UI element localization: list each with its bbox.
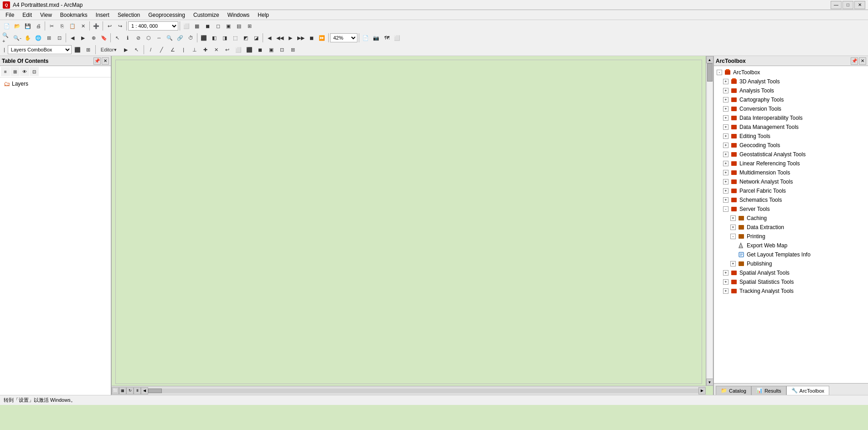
map-tool4[interactable]: ⬜ — [392, 33, 402, 43]
scroll-layout-view[interactable]: ⬜ — [112, 387, 119, 394]
toc-close-button[interactable]: ✕ — [102, 57, 109, 65]
root-expand[interactable]: - — [717, 70, 722, 75]
tree-item-analysis[interactable]: + Analysis Tools — [714, 86, 868, 95]
tree-item-publishing[interactable]: + Publishing — [714, 259, 868, 268]
edit-play[interactable]: ▶ — [121, 45, 131, 55]
scroll-thumb-bottom[interactable] — [148, 389, 162, 393]
print-button[interactable]: 🖨 — [33, 21, 43, 31]
scroll-thumb-right[interactable] — [707, 63, 713, 82]
tree-item-cartography[interactable]: + Cartography Tools — [714, 95, 868, 104]
edit-pencil[interactable]: / — [146, 45, 156, 55]
menu-bookmarks[interactable]: Bookmarks — [57, 11, 91, 19]
map-btn4[interactable]: ⬚ — [230, 33, 240, 43]
layers-combobox[interactable]: Layers ComboBox — [8, 45, 72, 54]
paste-button[interactable]: 📋 — [67, 21, 78, 31]
tree-item-printing[interactable]: - Printing — [714, 232, 868, 241]
clear-sel[interactable]: ⊘ — [133, 33, 143, 43]
tree-item-geostatistical[interactable]: + Geostatistical Analyst Tools — [714, 150, 868, 159]
maximize-button[interactable]: □ — [842, 1, 853, 9]
open-button[interactable]: 📂 — [12, 21, 22, 31]
menu-file[interactable]: File — [2, 11, 18, 19]
data-mgmt-expand[interactable]: + — [723, 124, 728, 130]
tree-item-spatial-analyst[interactable]: + Spatial Analyst Tools — [714, 268, 868, 277]
forward[interactable]: ▶ — [78, 33, 88, 43]
tree-item-conversion[interactable]: + Conversion Tools — [714, 104, 868, 113]
edit-sq4[interactable]: ▣ — [266, 45, 276, 55]
hyperlink[interactable]: 🔗 — [175, 33, 185, 43]
layer-icon1[interactable]: ⬛ — [72, 45, 83, 55]
layout-tools-6[interactable]: ▤ — [234, 21, 244, 31]
edit-divider[interactable]: | — [179, 45, 189, 55]
map-nav2[interactable]: ◀◀ — [275, 33, 285, 43]
edit-sq5[interactable]: ⊡ — [277, 45, 287, 55]
globe[interactable]: 🌐 — [33, 33, 43, 43]
copy-button[interactable]: ⎘ — [57, 21, 67, 31]
identify[interactable]: ℹ — [123, 33, 133, 43]
tracking-analyst-expand[interactable]: + — [723, 288, 728, 294]
map-btn5[interactable]: ◩ — [241, 33, 251, 43]
menu-view[interactable]: View — [36, 11, 56, 19]
scroll-track-right[interactable] — [707, 63, 713, 379]
data-interop-expand[interactable]: + — [723, 115, 728, 121]
cut-button[interactable]: ✂ — [46, 21, 57, 31]
edit-angle[interactable]: ∠ — [168, 45, 178, 55]
tree-item-multidimension[interactable]: + Multidimension Tools — [714, 168, 868, 177]
tab-catalog[interactable]: 📁 Catalog — [716, 386, 751, 395]
tree-item-spatial-statistics[interactable]: + Spatial Statistics Tools — [714, 277, 868, 287]
full-extent[interactable]: ⊞ — [44, 33, 54, 43]
map-tool2[interactable]: 📷 — [371, 33, 381, 43]
toc-list-btn[interactable]: ≡ — [1, 67, 10, 76]
schematics-expand[interactable]: + — [723, 197, 728, 203]
layout-tools-4[interactable]: ◻ — [213, 21, 223, 31]
map-tool3[interactable]: 🗺 — [382, 33, 392, 43]
linear-ref-expand[interactable]: + — [723, 161, 728, 166]
menu-customize[interactable]: Customize — [190, 11, 223, 19]
find[interactable]: 🔍 — [165, 33, 175, 43]
map-nav4[interactable]: ▶▶ — [296, 33, 306, 43]
map-nav5[interactable]: ◼ — [306, 33, 316, 43]
tree-item-network-analyst[interactable]: + Network Analyst Tools — [714, 177, 868, 186]
printing-expand[interactable]: - — [730, 234, 736, 239]
caching-expand[interactable]: + — [730, 215, 736, 221]
map-btn2[interactable]: ◧ — [209, 33, 219, 43]
minimize-button[interactable]: — — [831, 1, 842, 9]
tree-item-linear-ref[interactable]: + Linear Referencing Tools — [714, 159, 868, 168]
edit-sq6[interactable]: ⊞ — [288, 45, 298, 55]
layout-tools-2[interactable]: ▦ — [192, 21, 202, 31]
refresh-btn[interactable]: ↻ — [126, 387, 134, 394]
3d-expand[interactable]: + — [723, 79, 728, 84]
time-slider[interactable]: ⏱ — [186, 33, 196, 43]
menu-insert[interactable]: Insert — [92, 11, 113, 19]
bookmarks[interactable]: 🔖 — [99, 33, 109, 43]
menu-edit[interactable]: Edit — [19, 11, 36, 19]
geocoding-expand[interactable]: + — [723, 143, 728, 148]
scroll-down-arrow[interactable]: ▼ — [706, 379, 713, 386]
tree-item-geocoding[interactable]: + Geocoding Tools — [714, 141, 868, 150]
zoom-out[interactable]: 🔍- — [12, 33, 22, 43]
parcel-fabric-expand[interactable]: + — [723, 188, 728, 194]
scroll-left-arrow[interactable]: ◀ — [141, 387, 148, 394]
menu-help[interactable]: Help — [254, 11, 273, 19]
map-area[interactable]: ▲ ▼ ⬜ ▦ ↻ ⏸ ◀ ▶ — [112, 56, 713, 395]
edit-split[interactable]: ⊥ — [190, 45, 200, 55]
scroll-up-arrow[interactable]: ▲ — [706, 56, 713, 63]
zoom-in[interactable]: 🔍+ — [2, 33, 12, 43]
select-arrow[interactable]: ↖ — [112, 33, 122, 43]
tree-item-data-mgmt[interactable]: + Data Management Tools — [714, 123, 868, 132]
edit-x[interactable]: ✕ — [212, 45, 222, 55]
pause-btn[interactable]: ⏸ — [134, 387, 141, 394]
toc-visible-btn[interactable]: 👁 — [20, 67, 29, 76]
editing-expand[interactable]: + — [723, 133, 728, 139]
layer-icon2[interactable]: ⊞ — [83, 45, 93, 55]
delete-button[interactable]: ✕ — [78, 21, 88, 31]
tree-item-data-extraction[interactable]: + Data Extraction — [714, 223, 868, 232]
multidimension-expand[interactable]: + — [723, 170, 728, 175]
tab-arctoolbox[interactable]: 🔧 ArcToolbox — [786, 386, 829, 395]
edit-sq2[interactable]: ⬛ — [244, 45, 254, 55]
menu-geoprocessing[interactable]: Geoprocessing — [145, 11, 189, 19]
scroll-data-view[interactable]: ▦ — [119, 387, 126, 394]
map-nav1[interactable]: ◀ — [264, 33, 274, 43]
layout-tools-7[interactable]: ⊞ — [244, 21, 254, 31]
data-extraction-expand[interactable]: + — [730, 225, 736, 230]
map-btn3[interactable]: ◨ — [220, 33, 230, 43]
